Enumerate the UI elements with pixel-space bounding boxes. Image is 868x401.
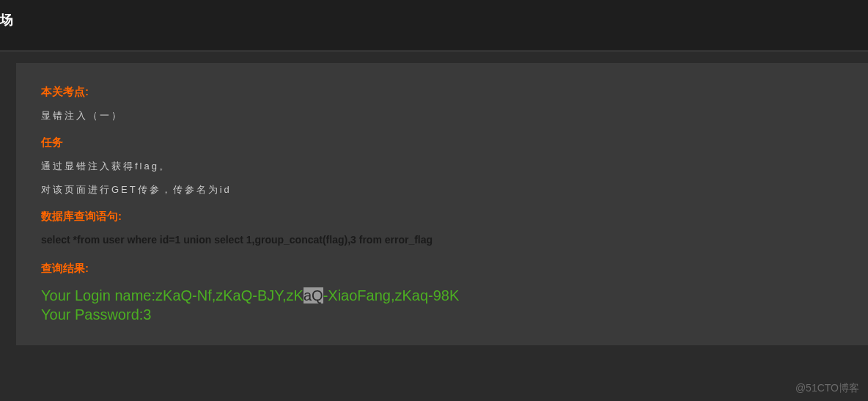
task-heading: 任务 [41,136,843,150]
login-highlight: aQ [304,287,323,303]
login-prefix: Your Login name:zKaQ-Nf,zKaQ-BJY,zK [41,287,304,303]
header-title: 场 [0,12,13,27]
sql-statement: select *from user where id=1 union selec… [41,234,843,246]
key-point-heading: 本关考点: [41,85,843,99]
result-heading: 查询结果: [41,262,843,276]
login-suffix: -XiaoFang,zKaq-98K [323,287,460,303]
task-line-1: 通过显错注入获得flag。 [41,160,843,173]
result-password: Your Password:3 [41,305,843,324]
result-login-name: Your Login name:zKaQ-Nf,zKaQ-BJY,zKaQ-Xi… [41,286,843,305]
content-panel: 本关考点: 显错注入（一） 任务 通过显错注入获得flag。 对该页面进行GET… [16,63,868,345]
watermark: @51CTO博客 [795,382,859,395]
db-query-heading: 数据库查询语句: [41,210,843,224]
page-header: 场 [0,0,868,51]
key-point-text: 显错注入（一） [41,109,843,122]
task-line-2: 对该页面进行GET传参，传参名为id [41,183,843,196]
